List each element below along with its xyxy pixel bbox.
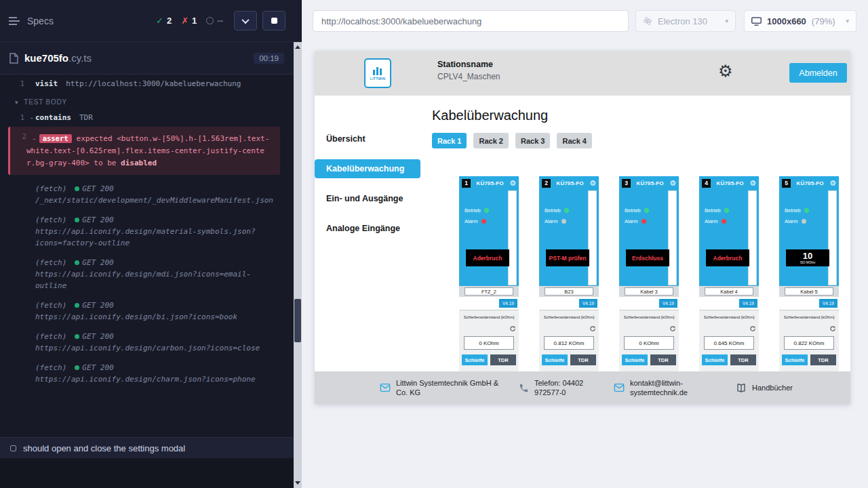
fetch-log-entry[interactable]: (fetch)GET 200 https://api.iconify.desig…	[35, 331, 285, 354]
refresh-icon[interactable]	[669, 323, 676, 335]
sidebar-item-uebersicht[interactable]: Übersicht	[315, 129, 420, 148]
fetch-log-entry[interactable]: (fetch)GET 200 /_next/static/development…	[35, 183, 285, 206]
measurement-value: 0 KOhm	[624, 336, 674, 350]
tab-rack-1[interactable]: Rack 1	[432, 133, 467, 148]
failed-icon: ✗	[181, 16, 189, 26]
refresh-icon[interactable]	[509, 323, 516, 335]
settings-gear-icon[interactable]: ⚙	[718, 62, 733, 81]
card-model: KÜ705-FO	[713, 180, 747, 186]
fetch-log-entry[interactable]: (fetch)GET 200 https://api.iconify.desig…	[35, 257, 285, 291]
cable-name: FTZ_2	[465, 287, 513, 296]
command-contains[interactable]: 1 - contains TDR	[4, 111, 285, 124]
tab-rack-4[interactable]: Rack 4	[557, 133, 591, 148]
failed-count: 1	[192, 16, 197, 26]
viewport-selector[interactable]: 1000x660 (79%) ▾	[744, 10, 856, 32]
refresh-icon[interactable]	[829, 323, 836, 335]
chevron-down-icon	[241, 16, 249, 23]
chevron-down-icon: ▾	[846, 18, 849, 24]
tdr-button[interactable]: TDR	[650, 354, 676, 365]
card-gear-icon[interactable]: ⚙	[829, 179, 836, 188]
cable-band: Kabel 5	[779, 286, 839, 297]
collapse-button[interactable]	[234, 11, 257, 30]
sidebar-item-analoge-eingaenge[interactable]: Analoge Eingänge	[315, 219, 420, 238]
status-box: PST-M prüfen	[546, 249, 589, 266]
scrollbar-track[interactable]	[294, 42, 302, 488]
led-label: Alarm	[785, 218, 798, 224]
stat-pending: --	[206, 16, 223, 26]
fetch-log-entry[interactable]: (fetch)GET 200 https://api.iconify.desig…	[35, 300, 285, 323]
browser-selector[interactable]: Electron 130 ▾	[635, 10, 736, 32]
scroll-up-icon[interactable]	[294, 43, 302, 51]
scrollbar-thumb[interactable]	[294, 299, 301, 342]
measurement-label: Schleifenwiderstand [kOhm]	[619, 310, 679, 319]
sidebar-item-kabelueberwachung[interactable]: Kabelüberwachung	[315, 159, 420, 178]
email-address: kontakt@littwin-systemtechnik.de	[630, 378, 701, 397]
tab-rack-2[interactable]: Rack 2	[473, 133, 508, 148]
version-badge: V4.19	[739, 299, 757, 308]
card-model: KÜ705-FO	[473, 180, 507, 186]
spec-row[interactable]: kue705fo.cy.ts 00:19	[0, 42, 294, 74]
failed-assert-entry[interactable]: 2 -assertexpected <button.w-[50%].h-[1.5…	[8, 127, 280, 175]
footer-phone: Telefon: 04402 972577-0	[519, 371, 610, 404]
fetch-label: (fetch)	[35, 257, 66, 268]
tab-rack-3[interactable]: Rack 3	[515, 133, 550, 148]
led-label: Alarm	[545, 218, 558, 224]
stop-button[interactable]	[262, 11, 285, 30]
browser-stage: Electron 130 ▾ 1000x660 (79%) ▾ LITTWIN …	[302, 0, 868, 488]
tdr-button[interactable]: TDR	[570, 354, 596, 365]
screen: Specs ✓2 ✗1 -- kue705fo.cy.ts 00:19 1	[0, 0, 868, 488]
status-box: Aderbruch	[706, 249, 749, 266]
station-value: CPLV4_Maschen	[437, 72, 500, 81]
card-gear-icon[interactable]: ⚙	[589, 179, 596, 188]
reporter-scrollbar[interactable]	[294, 0, 302, 488]
fetch-log-entry[interactable]: (fetch)GET 200 https://api.iconify.desig…	[35, 362, 285, 385]
iso-bar	[748, 190, 757, 285]
url-input[interactable]	[313, 10, 629, 32]
schleife-button[interactable]: Schleife	[542, 354, 568, 365]
cable-name: Kabel 5	[785, 287, 833, 296]
test-stats: ✓2 ✗1 --	[156, 16, 223, 26]
version-badge: V4.19	[659, 299, 677, 308]
test-checkbox-icon	[10, 445, 16, 451]
scroll-down-icon[interactable]	[294, 479, 302, 487]
footer-email[interactable]: kontakt@littwin-systemtechnik.de	[614, 371, 701, 404]
pending-icon	[206, 17, 214, 24]
led-label: Betrieb	[705, 207, 721, 214]
viewport-zoom: (79%)	[812, 16, 835, 26]
test-body-section[interactable]: ▾ TEST BODY	[15, 98, 285, 106]
measurement-value: 0.822 KOhm	[784, 336, 834, 350]
phone-number: Telefon: 04402 972577-0	[534, 378, 610, 397]
app-sidebar: Übersicht Kabelüberwachung Ein- und Ausg…	[315, 96, 420, 371]
card-gear-icon[interactable]: ⚙	[509, 179, 516, 188]
schleife-button[interactable]: Schleife	[622, 354, 648, 365]
card-gear-icon[interactable]: ⚙	[749, 179, 756, 188]
cable-band: B23	[539, 286, 599, 297]
tdr-button[interactable]: TDR	[730, 354, 756, 365]
schleife-button[interactable]: Schleife	[782, 354, 808, 365]
viewport-icon	[751, 17, 762, 26]
schleife-button[interactable]: Schleife	[702, 354, 728, 365]
measurement-value: 0.812 KOhm	[544, 336, 594, 350]
fetch-log-entry[interactable]: (fetch)GET 200 https://api.iconify.desig…	[35, 214, 285, 249]
cable-band: Kabel 3	[619, 286, 679, 297]
refresh-icon[interactable]	[749, 323, 756, 335]
logout-button[interactable]: Abmelden	[789, 63, 847, 83]
tdr-button[interactable]: TDR	[490, 354, 516, 365]
schleife-button[interactable]: Schleife	[462, 354, 488, 365]
footer-manuals[interactable]: Handbücher	[736, 371, 793, 404]
reporter-bottom	[0, 458, 294, 488]
line-number: 1	[4, 77, 24, 90]
next-test-row[interactable]: should open and close the settings modal	[0, 437, 294, 458]
tdr-button[interactable]: TDR	[810, 354, 836, 365]
card-model: KÜ705-FO	[793, 180, 827, 186]
refresh-icon[interactable]	[589, 323, 596, 335]
fetch-label: (fetch)	[35, 331, 66, 342]
device-card-2: 2KÜ705-FO⚙ Betrieb Alarm PST-M prüfen B2…	[539, 176, 599, 383]
specs-menu-icon[interactable]	[8, 16, 20, 26]
card-gear-icon[interactable]: ⚙	[669, 179, 676, 188]
card-model: KÜ705-FO	[633, 180, 667, 186]
specs-label[interactable]: Specs	[27, 16, 54, 26]
alarm-led	[481, 219, 486, 224]
sidebar-item-ein-und-ausgaenge[interactable]: Ein- und Ausgänge	[315, 189, 420, 208]
command-visit[interactable]: 1 visit http://localhost:3000/kabelueber…	[4, 77, 285, 90]
